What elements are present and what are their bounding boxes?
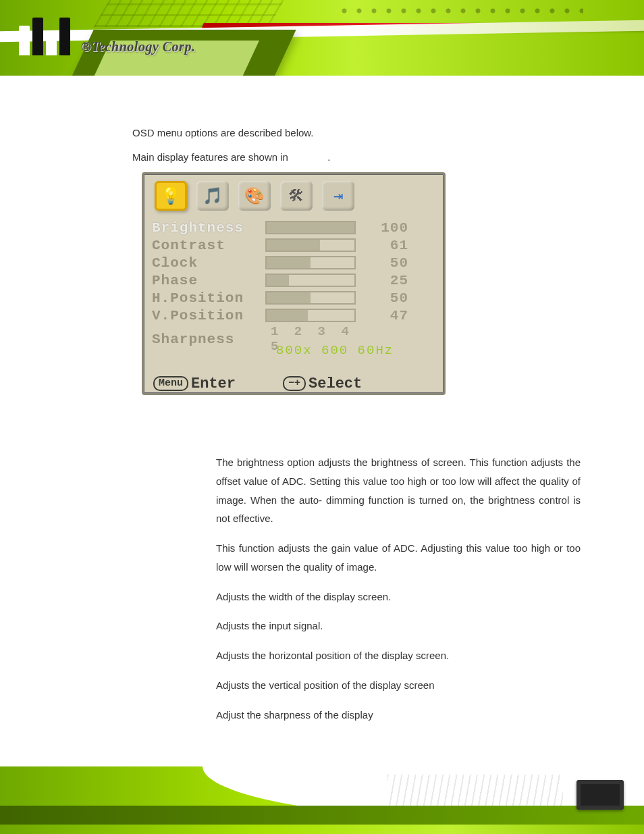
osd-row-label: Brightness xyxy=(152,220,267,236)
intro-text-2: Main display features are shown in . xyxy=(132,149,581,166)
description-item: This function adjusts the gain value of … xyxy=(216,539,581,577)
osd-figure: 💡 🎵 🎨 🛠 ⇥ Brightness100Contrast61Clock50… xyxy=(142,172,446,395)
osd-row-bar xyxy=(267,257,354,268)
description-item: Adjusts the input signal. xyxy=(216,617,581,635)
osd-row: Contrast61 xyxy=(152,236,435,254)
logo-icon xyxy=(19,18,70,55)
header-banner: ®Technology Corp. xyxy=(0,0,644,76)
osd-sharpness-label: Sharpness xyxy=(152,332,267,347)
description-item: Adjusts the horizontal position of the d… xyxy=(216,646,581,665)
chip-icon xyxy=(576,780,624,810)
osd-row-value: 50 xyxy=(361,255,408,271)
osd-row-bar xyxy=(267,222,354,233)
intro2-prefix: Main display features are shown in xyxy=(132,151,288,163)
osd-footer-select: −+Select xyxy=(283,375,362,392)
osd-row-value: 100 xyxy=(361,220,408,236)
osd-row-bar xyxy=(267,275,354,286)
menu-key-icon: Menu xyxy=(153,376,188,391)
osd-row-label: V.Position xyxy=(152,308,267,323)
osd-row-value: 50 xyxy=(361,290,408,306)
osd-row: Clock50 xyxy=(152,254,435,271)
description-item: Adjusts the vertical position of the dis… xyxy=(216,676,581,695)
osd-row-label: H.Position xyxy=(152,290,267,306)
music-icon: 🎵 xyxy=(196,181,229,211)
osd-row-label: Phase xyxy=(152,273,267,288)
osd-row: V.Position47 xyxy=(152,307,435,324)
osd-row-value: 25 xyxy=(361,273,408,288)
description-item: The brightness option adjusts the bright… xyxy=(216,453,581,528)
palette-icon: 🎨 xyxy=(238,181,271,211)
tools-icon: 🛠 xyxy=(280,181,313,211)
osd-footer-enter: MenuEnter xyxy=(153,375,236,392)
page-body: OSD menu options are described below. Ma… xyxy=(132,124,581,735)
osd-row-label: Clock xyxy=(152,255,267,271)
osd-row-bar xyxy=(267,292,354,303)
logo-text: ®Technology Corp. xyxy=(81,39,195,55)
bulb-icon: 💡 xyxy=(155,181,187,211)
osd-row-value: 61 xyxy=(361,238,408,253)
intro-text-1: OSD menu options are described below. xyxy=(132,124,581,142)
intro2-suffix: . xyxy=(327,151,330,163)
osd-row-bar xyxy=(267,240,354,251)
footer-banner xyxy=(0,766,644,834)
osd-row: H.Position50 xyxy=(152,289,435,307)
exit-icon: ⇥ xyxy=(322,181,354,211)
osd-row: Brightness100 xyxy=(152,219,435,236)
osd-row-value: 47 xyxy=(361,308,408,323)
descriptions: The brightness option adjusts the bright… xyxy=(216,453,581,724)
description-item: Adjust the sharpness of the display xyxy=(216,706,581,725)
osd-row: Phase25 xyxy=(152,271,435,289)
osd-row-label: Contrast xyxy=(152,238,267,253)
plusminus-key-icon: −+ xyxy=(283,376,306,391)
description-item: Adjusts the width of the display screen. xyxy=(216,588,581,606)
osd-row-bar xyxy=(267,310,354,321)
